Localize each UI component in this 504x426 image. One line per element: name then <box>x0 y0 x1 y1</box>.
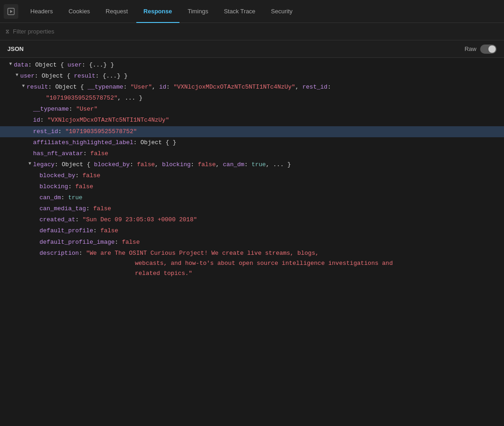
filter-input[interactable] <box>13 28 498 35</box>
tab-response[interactable]: Response <box>136 0 179 23</box>
expand-user[interactable] <box>14 71 20 79</box>
json-header: JSON Raw <box>0 40 504 58</box>
tab-security[interactable]: Security <box>263 0 300 23</box>
tree-row-data: data: Object { user: {...} } <box>0 60 504 71</box>
tree-row-can-media: can_media_tag: false <box>0 203 504 214</box>
tree-row-legacy: legacy: Object { blocked_by: false, bloc… <box>0 159 504 170</box>
tree-row-result: result: Object { __typename: "User", id:… <box>0 82 504 93</box>
tree-row-blocking: blocking: false <box>0 181 504 192</box>
svg-marker-1 <box>10 10 13 13</box>
tab-request[interactable]: Request <box>98 0 135 23</box>
tree-row-affiliates: affiliates_highlighted_label: Object { } <box>0 137 504 148</box>
tree-row-description: description: "We are The OSINT Curious P… <box>0 248 504 279</box>
json-content: data: Object { user: {...} } user: Objec… <box>0 58 504 281</box>
tree-row-nft: has_nft_avatar: false <box>0 148 504 159</box>
raw-toggle-container: Raw <box>465 45 497 54</box>
tab-stack-trace[interactable]: Stack Trace <box>217 0 263 23</box>
filter-icon: ⧖ <box>6 28 9 35</box>
tree-row-rest-id[interactable]: rest_id: "107190359525578752" <box>0 126 504 137</box>
tree-row-result-cont: "107190359525578752", ... } <box>0 93 504 104</box>
tree-row-can-dm: can_dm: true <box>0 192 504 203</box>
tree-row-user: user: Object { result: {...} } <box>0 71 504 82</box>
expand-result[interactable] <box>20 82 27 90</box>
tab-bar: Headers Cookies Request Response Timings… <box>0 0 504 23</box>
expand-legacy[interactable] <box>27 160 33 168</box>
toggle-knob <box>488 45 496 53</box>
tree-row-typename: __typename: "User" <box>0 104 504 115</box>
raw-label: Raw <box>465 45 476 52</box>
tab-headers[interactable]: Headers <box>23 0 60 23</box>
tree-row-default-profile-image: default_profile_image: false <box>0 237 504 248</box>
filter-bar: ⧖ <box>0 23 504 40</box>
play-button[interactable] <box>4 4 18 19</box>
json-label: JSON <box>7 45 23 52</box>
tree-row-id: id: "VXNlcjoxMDcxOTAzNTc5NTI1NTc4NzUy" <box>0 115 504 126</box>
tab-cookies[interactable]: Cookies <box>61 0 97 23</box>
tab-timings[interactable]: Timings <box>180 0 216 23</box>
tree-row-default-profile: default_profile: false <box>0 225 504 236</box>
tree-row-blocked-by: blocked_by: false <box>0 170 504 181</box>
raw-toggle-switch[interactable] <box>480 45 497 54</box>
tree-row-created-at: created_at: "Sun Dec 09 23:05:03 +0000 2… <box>0 214 504 225</box>
expand-data[interactable] <box>7 60 14 68</box>
